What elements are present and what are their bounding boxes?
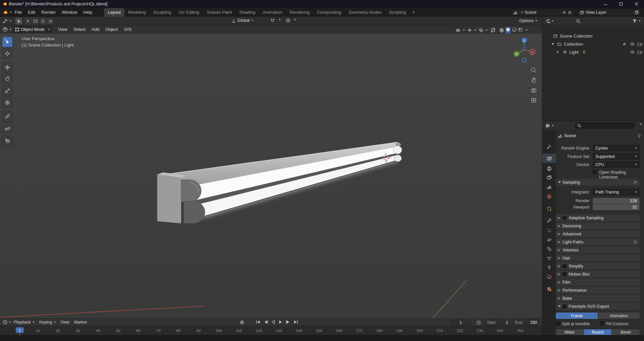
annotate-tool[interactable] <box>2 111 12 121</box>
editor-type-properties-button[interactable] <box>545 123 554 128</box>
current-frame-marker[interactable]: 1 <box>16 327 24 333</box>
move-tool[interactable] <box>2 62 12 72</box>
cursor-tool[interactable] <box>2 49 12 59</box>
use-preview-range-icon[interactable] <box>476 320 481 325</box>
tab-physics[interactable] <box>542 235 556 244</box>
new-scene-icon[interactable] <box>562 10 566 14</box>
tab-texture[interactable] <box>542 284 556 294</box>
play-button[interactable] <box>278 320 283 324</box>
render-samples-field[interactable]: 128 <box>593 198 640 204</box>
current-frame-field[interactable]: 1 <box>450 320 471 325</box>
section-hair[interactable]: Hair <box>556 254 640 262</box>
gizmos-dropdown[interactable] <box>467 28 476 33</box>
tab-modifiers[interactable] <box>542 216 556 225</box>
unlink-scene-icon[interactable] <box>568 11 572 14</box>
osl-checkbox[interactable] <box>593 170 597 174</box>
menu-select[interactable]: Select <box>70 27 89 32</box>
snap-settings-dropdown[interactable] <box>277 19 281 20</box>
disable-render-camera-icon[interactable] <box>637 42 642 46</box>
tab-material[interactable] <box>542 272 556 281</box>
menu-file[interactable]: File <box>12 10 25 15</box>
snap-toggle-button[interactable] <box>270 18 275 23</box>
outliner-filter-button[interactable] <box>632 19 641 23</box>
hide-eye-icon[interactable] <box>630 50 635 54</box>
object-mode-dropdown[interactable]: Object Mode <box>13 26 52 33</box>
overlays-dropdown[interactable] <box>479 28 488 33</box>
tab-constraints[interactable] <box>542 244 556 253</box>
blender-menu-button[interactable] <box>0 10 12 15</box>
start-frame-field[interactable]: Start1 <box>485 320 511 325</box>
select-box-mode-button[interactable] <box>32 18 39 24</box>
jump-prev-keyframe-button[interactable] <box>263 320 268 324</box>
outliner-search-button[interactable] <box>576 19 581 23</box>
shading-solid-button[interactable] <box>505 27 511 34</box>
section-film[interactable]: Film <box>556 279 640 286</box>
gizmo-negative-z-axis[interactable] <box>522 58 527 63</box>
hide-eye-icon[interactable] <box>630 42 635 46</box>
viewport-3d[interactable]: User Perspective (1) Scene Collection | … <box>0 34 542 318</box>
pan-button[interactable] <box>529 76 538 84</box>
xray-toggle-button[interactable] <box>491 28 495 33</box>
jump-next-keyframe-button[interactable] <box>286 320 290 324</box>
transform-orientation-dropdown[interactable]: Global <box>231 18 253 23</box>
motion-blur-checkbox[interactable] <box>562 272 567 276</box>
tab-animation[interactable]: Animation <box>259 8 286 17</box>
measure-tool[interactable] <box>2 123 12 133</box>
tab-compositing[interactable]: Compositing <box>313 8 345 17</box>
auto-keying-button[interactable] <box>239 320 245 325</box>
editor-type-viewport-button[interactable] <box>0 27 11 32</box>
ortho-toggle-button[interactable] <box>529 96 538 105</box>
editor-type-timeline-button[interactable] <box>0 320 11 325</box>
add-primitive-tool[interactable] <box>2 136 12 146</box>
properties-search-input[interactable] <box>575 122 635 129</box>
add-workspace-button[interactable]: + <box>410 8 418 17</box>
options-dropdown[interactable]: Options <box>519 18 537 23</box>
freestyle-animation-button[interactable]: Animation <box>598 312 640 319</box>
proportional-falloff-dropdown[interactable] <box>292 19 296 20</box>
menu-gis[interactable]: GIS <box>121 27 135 32</box>
menu-object[interactable]: Object <box>102 27 121 32</box>
adaptive-sampling-checkbox[interactable] <box>562 216 567 220</box>
editor-type-outliner-button[interactable] <box>542 19 554 23</box>
freestyle-checkbox[interactable] <box>562 304 567 308</box>
view-layer-selector[interactable]: View Layer <box>578 9 641 16</box>
section-advanced[interactable]: Advanced <box>556 230 640 237</box>
select-box-tool[interactable] <box>2 37 12 47</box>
properties-filter-button[interactable] <box>638 124 642 125</box>
tab-world[interactable] <box>542 192 556 201</box>
timeline-ruler[interactable]: 1020304050607080901001101201301401501601… <box>0 326 542 335</box>
tab-uv-editing[interactable]: UV Editing <box>175 8 203 17</box>
round-button[interactable]: Round <box>584 329 612 335</box>
tab-modeling[interactable]: Modeling <box>124 8 150 17</box>
shading-material-button[interactable] <box>512 27 517 33</box>
presets-menu-icon[interactable] <box>633 180 638 184</box>
play-reverse-button[interactable] <box>271 320 275 324</box>
zoom-button[interactable] <box>529 66 538 74</box>
tab-particles[interactable] <box>542 226 556 235</box>
menu-render[interactable]: Render <box>38 10 59 15</box>
tab-scripting[interactable]: Scripting <box>385 8 410 17</box>
timeline-marker-menu[interactable]: Marker <box>74 320 87 325</box>
menu-edit[interactable]: Edit <box>25 10 38 15</box>
keying-menu[interactable]: Keying <box>39 320 56 325</box>
section-simplify[interactable]: Simplify <box>556 263 640 270</box>
section-adaptive-sampling[interactable]: Adaptive Sampling <box>556 214 640 221</box>
scene-selector[interactable]: Scene <box>511 9 574 16</box>
tab-render[interactable] <box>542 154 556 163</box>
disable-render-camera-icon[interactable] <box>637 50 642 54</box>
rotate-tool[interactable] <box>2 74 12 84</box>
tab-texture-paint[interactable]: Texture Paint <box>203 8 236 17</box>
shading-rendered-button[interactable] <box>518 27 523 33</box>
camera-view-button[interactable] <box>529 86 538 95</box>
section-volumes[interactable]: Volumes <box>556 246 640 253</box>
section-motion-blur[interactable]: Motion Blur <box>556 271 640 278</box>
outliner-row-light[interactable]: Light <box>542 48 644 56</box>
freestyle-frame-button[interactable]: Frame <box>556 312 598 319</box>
menu-help[interactable]: Help <box>80 10 95 15</box>
tab-tool[interactable] <box>542 142 556 151</box>
presets-menu-icon[interactable] <box>633 240 638 244</box>
feature-set-dropdown[interactable]: Supported <box>593 153 640 160</box>
tab-object-data[interactable] <box>542 253 556 263</box>
bevel-button[interactable]: Bevel <box>612 329 640 335</box>
tab-sculpting[interactable]: Sculpting <box>150 8 175 17</box>
